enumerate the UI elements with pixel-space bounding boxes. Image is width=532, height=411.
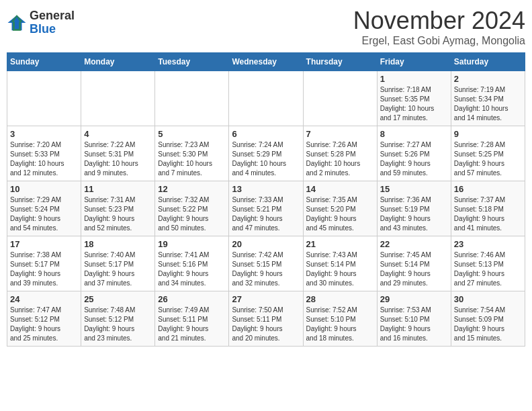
calendar-cell [229, 71, 303, 126]
day-info: Sunrise: 7:45 AM Sunset: 5:14 PM Dayligh… [380, 250, 448, 288]
calendar-cell [155, 71, 229, 126]
day-info: Sunrise: 7:53 AM Sunset: 5:10 PM Dayligh… [380, 306, 448, 343]
day-number: 26 [158, 294, 226, 304]
day-number: 22 [380, 239, 448, 249]
calendar-cell: 12Sunrise: 7:32 AM Sunset: 5:22 PM Dayli… [155, 181, 229, 236]
day-number: 18 [84, 239, 152, 249]
calendar-table: SundayMondayTuesdayWednesdayThursdayFrid… [7, 52, 525, 347]
day-number: 20 [232, 239, 300, 249]
calendar-cell: 28Sunrise: 7:52 AM Sunset: 5:10 PM Dayli… [303, 291, 377, 347]
day-number: 23 [454, 239, 522, 249]
day-number: 4 [84, 129, 152, 139]
day-info: Sunrise: 7:27 AM Sunset: 5:26 PM Dayligh… [380, 140, 448, 178]
day-info: Sunrise: 7:22 AM Sunset: 5:31 PM Dayligh… [84, 140, 152, 178]
day-info: Sunrise: 7:43 AM Sunset: 5:14 PM Dayligh… [306, 250, 374, 288]
day-number: 25 [84, 294, 152, 304]
header: General Blue November 2024 Ergel, East G… [7, 7, 525, 47]
logo-icon [7, 13, 27, 33]
day-header-wednesday: Wednesday [229, 53, 303, 71]
day-info: Sunrise: 7:38 AM Sunset: 5:17 PM Dayligh… [10, 250, 78, 288]
calendar-cell: 1Sunrise: 7:18 AM Sunset: 5:35 PM Daylig… [377, 71, 451, 126]
logo-text: General Blue [30, 9, 75, 36]
day-info: Sunrise: 7:50 AM Sunset: 5:11 PM Dayligh… [232, 306, 300, 343]
calendar-cell: 24Sunrise: 7:47 AM Sunset: 5:12 PM Dayli… [7, 291, 81, 347]
calendar-cell: 7Sunrise: 7:26 AM Sunset: 5:28 PM Daylig… [303, 126, 377, 181]
day-number: 7 [306, 129, 374, 139]
day-info: Sunrise: 7:52 AM Sunset: 5:10 PM Dayligh… [306, 306, 374, 343]
logo-blue-text: Blue [30, 23, 75, 36]
month-title: November 2024 [353, 7, 525, 35]
header-row: SundayMondayTuesdayWednesdayThursdayFrid… [7, 53, 525, 71]
day-number: 9 [454, 129, 522, 139]
day-number: 8 [380, 129, 448, 139]
day-number: 27 [232, 294, 300, 304]
calendar-cell: 30Sunrise: 7:54 AM Sunset: 5:09 PM Dayli… [451, 291, 525, 347]
day-number: 13 [232, 184, 300, 194]
calendar-cell [81, 71, 155, 126]
day-info: Sunrise: 7:47 AM Sunset: 5:12 PM Dayligh… [10, 306, 78, 343]
day-number: 19 [158, 239, 226, 249]
day-info: Sunrise: 7:54 AM Sunset: 5:09 PM Dayligh… [454, 306, 522, 343]
calendar-cell: 22Sunrise: 7:45 AM Sunset: 5:14 PM Dayli… [377, 236, 451, 291]
location-title: Ergel, East Gobi Aymag, Mongolia [353, 35, 525, 47]
day-header-monday: Monday [81, 53, 155, 71]
day-info: Sunrise: 7:36 AM Sunset: 5:19 PM Dayligh… [380, 195, 448, 233]
calendar-cell: 8Sunrise: 7:27 AM Sunset: 5:26 PM Daylig… [377, 126, 451, 181]
day-number: 6 [232, 129, 300, 139]
day-number: 29 [380, 294, 448, 304]
day-info: Sunrise: 7:29 AM Sunset: 5:24 PM Dayligh… [10, 195, 78, 233]
day-info: Sunrise: 7:41 AM Sunset: 5:16 PM Dayligh… [158, 250, 226, 288]
day-number: 3 [10, 129, 78, 139]
calendar-cell: 20Sunrise: 7:42 AM Sunset: 5:15 PM Dayli… [229, 236, 303, 291]
calendar-cell: 13Sunrise: 7:33 AM Sunset: 5:21 PM Dayli… [229, 181, 303, 236]
calendar-cell: 19Sunrise: 7:41 AM Sunset: 5:16 PM Dayli… [155, 236, 229, 291]
calendar-cell: 4Sunrise: 7:22 AM Sunset: 5:31 PM Daylig… [81, 126, 155, 181]
day-number: 21 [306, 239, 374, 249]
day-info: Sunrise: 7:23 AM Sunset: 5:30 PM Dayligh… [158, 140, 226, 178]
calendar-cell: 9Sunrise: 7:28 AM Sunset: 5:25 PM Daylig… [451, 126, 525, 181]
day-info: Sunrise: 7:40 AM Sunset: 5:17 PM Dayligh… [84, 250, 152, 288]
logo-general-text: General [30, 9, 75, 23]
day-info: Sunrise: 7:26 AM Sunset: 5:28 PM Dayligh… [306, 140, 374, 178]
day-info: Sunrise: 7:42 AM Sunset: 5:15 PM Dayligh… [232, 250, 300, 288]
calendar-week-5: 24Sunrise: 7:47 AM Sunset: 5:12 PM Dayli… [7, 291, 525, 347]
day-number: 11 [84, 184, 152, 194]
day-header-saturday: Saturday [451, 53, 525, 71]
day-number: 1 [380, 74, 448, 84]
calendar-week-2: 3Sunrise: 7:20 AM Sunset: 5:33 PM Daylig… [7, 126, 525, 181]
day-number: 10 [10, 184, 78, 194]
day-header-thursday: Thursday [303, 53, 377, 71]
calendar-cell: 3Sunrise: 7:20 AM Sunset: 5:33 PM Daylig… [7, 126, 81, 181]
day-number: 24 [10, 294, 78, 304]
day-info: Sunrise: 7:48 AM Sunset: 5:12 PM Dayligh… [84, 306, 152, 343]
day-number: 16 [454, 184, 522, 194]
day-info: Sunrise: 7:35 AM Sunset: 5:20 PM Dayligh… [306, 195, 374, 233]
day-number: 17 [10, 239, 78, 249]
calendar-cell: 21Sunrise: 7:43 AM Sunset: 5:14 PM Dayli… [303, 236, 377, 291]
day-info: Sunrise: 7:20 AM Sunset: 5:33 PM Dayligh… [10, 140, 78, 178]
calendar-cell: 5Sunrise: 7:23 AM Sunset: 5:30 PM Daylig… [155, 126, 229, 181]
day-info: Sunrise: 7:19 AM Sunset: 5:34 PM Dayligh… [454, 85, 522, 123]
calendar-cell [7, 71, 81, 126]
calendar-cell: 10Sunrise: 7:29 AM Sunset: 5:24 PM Dayli… [7, 181, 81, 236]
day-header-sunday: Sunday [7, 53, 81, 71]
calendar-week-3: 10Sunrise: 7:29 AM Sunset: 5:24 PM Dayli… [7, 181, 525, 236]
calendar-cell [303, 71, 377, 126]
calendar-cell: 25Sunrise: 7:48 AM Sunset: 5:12 PM Dayli… [81, 291, 155, 347]
calendar-week-1: 1Sunrise: 7:18 AM Sunset: 5:35 PM Daylig… [7, 71, 525, 126]
calendar-cell: 6Sunrise: 7:24 AM Sunset: 5:29 PM Daylig… [229, 126, 303, 181]
day-info: Sunrise: 7:37 AM Sunset: 5:18 PM Dayligh… [454, 195, 522, 233]
calendar-cell: 26Sunrise: 7:49 AM Sunset: 5:11 PM Dayli… [155, 291, 229, 347]
day-number: 2 [454, 74, 522, 84]
calendar-cell: 15Sunrise: 7:36 AM Sunset: 5:19 PM Dayli… [377, 181, 451, 236]
day-info: Sunrise: 7:32 AM Sunset: 5:22 PM Dayligh… [158, 195, 226, 233]
day-number: 12 [158, 184, 226, 194]
day-number: 28 [306, 294, 374, 304]
title-section: November 2024 Ergel, East Gobi Aymag, Mo… [353, 7, 525, 47]
day-info: Sunrise: 7:18 AM Sunset: 5:35 PM Dayligh… [380, 85, 448, 123]
day-info: Sunrise: 7:46 AM Sunset: 5:13 PM Dayligh… [454, 250, 522, 288]
day-number: 14 [306, 184, 374, 194]
day-number: 30 [454, 294, 522, 304]
day-info: Sunrise: 7:33 AM Sunset: 5:21 PM Dayligh… [232, 195, 300, 233]
day-number: 5 [158, 129, 226, 139]
